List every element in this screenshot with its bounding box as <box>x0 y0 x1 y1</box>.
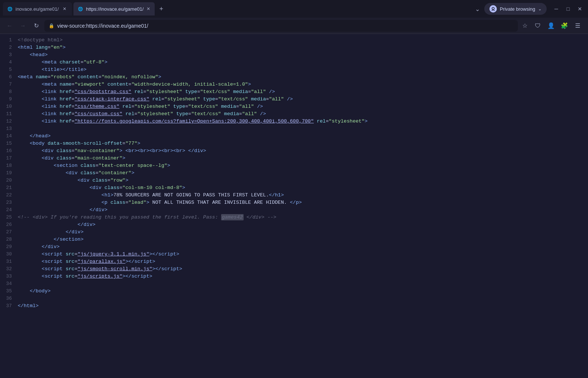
tab-favicon-active: 🌐 <box>78 7 83 11</box>
tab-favicon: 🌐 <box>7 7 13 11</box>
line-content: <head> <box>18 52 588 58</box>
line-number: 19 <box>0 170 18 176</box>
code-line: 12 <link href="https://fonts.googleapis.… <box>0 118 588 126</box>
shield-button[interactable]: 🛡 <box>532 20 544 32</box>
new-tab-button[interactable]: + <box>156 4 166 14</box>
line-number: 29 <box>0 244 18 250</box>
line-content: </div> <box>18 222 588 227</box>
tab-inactive[interactable]: 🌐 inovace.eu/game01/ ✕ <box>3 2 72 16</box>
code-line: 26 </div> <box>0 221 588 229</box>
line-content: </div> <box>18 244 588 250</box>
line-content: <meta name="robots" content="noindex, no… <box>18 74 588 80</box>
code-line: 3 <head> <box>0 52 588 59</box>
line-number: 1 <box>0 37 18 43</box>
bookmark-button[interactable]: ☆ <box>521 21 529 31</box>
line-number: 26 <box>0 222 18 227</box>
reload-button[interactable]: ↻ <box>31 21 41 31</box>
line-number: 6 <box>0 74 18 80</box>
code-line: 21 <div class="col-sm-10 col-md-8"> <box>0 185 588 192</box>
code-line: 28 </section> <box>0 236 588 244</box>
back-button[interactable]: ← <box>4 21 15 31</box>
line-number: 5 <box>0 67 18 72</box>
line-content: <body data-smooth-scroll-offset="77"> <box>18 141 588 146</box>
line-content: <div class="container"> <box>18 170 588 176</box>
line-number: 14 <box>0 133 18 139</box>
code-line: 33 <script src="js/scripts.js"></script> <box>0 273 588 281</box>
line-content: <h1>78% SOURCERS ARE NOT GOING TO PASS T… <box>18 192 588 198</box>
code-line: 17 <div class="main-container"> <box>0 155 588 162</box>
line-number: 13 <box>0 126 18 131</box>
close-window-button[interactable]: ✕ <box>575 4 585 14</box>
code-line: 7 <meta name="viewport" content="width=d… <box>0 81 588 89</box>
line-content: </div> <box>18 207 588 213</box>
line-content: <link href="css/custom.css" rel="stylesh… <box>18 111 588 117</box>
code-line: 29 </div> <box>0 244 588 251</box>
address-text: view-source:https://inovace.eu/game01/ <box>57 23 148 29</box>
line-number: 25 <box>0 214 18 220</box>
browser-frame: 🌐 inovace.eu/game01/ ✕ 🌐 https://inovace… <box>0 0 588 378</box>
line-number: 31 <box>0 259 18 264</box>
line-content: <script src="js/scripts.js"></script> <box>18 274 588 279</box>
extensions-button[interactable]: 🧩 <box>558 20 570 32</box>
line-content: <link href="https://fonts.googleapis.com… <box>18 118 588 124</box>
line-content: <html lang="en"> <box>18 45 588 50</box>
line-content: </body> <box>18 288 588 294</box>
code-line: 20 <div class="row"> <box>0 177 588 185</box>
line-number: 23 <box>0 200 18 205</box>
line-content: <div class="nav-container"> <br><br><br>… <box>18 148 588 154</box>
line-number: 9 <box>0 96 18 102</box>
line-number: 10 <box>0 104 18 109</box>
code-line: 22 <h1>78% SOURCERS ARE NOT GOING TO PAS… <box>0 192 588 199</box>
line-content: <script src="js/jquery-3.1.1.min.js"></s… <box>18 251 588 257</box>
line-number: 32 <box>0 266 18 272</box>
line-number: 22 <box>0 192 18 198</box>
navigation-bar: ← → ↻ 🔒 view-source:https://inovace.eu/g… <box>0 18 588 34</box>
tab-overflow-button[interactable]: ⌄ <box>472 4 483 14</box>
code-line: 14 </head> <box>0 133 588 140</box>
code-line: 23 <p class="lead"> NOT ALL THINGS THAT … <box>0 199 588 207</box>
line-number: 2 <box>0 45 18 50</box>
line-number: 12 <box>0 118 18 124</box>
maximize-button[interactable]: □ <box>563 4 573 14</box>
line-number: 27 <box>0 229 18 235</box>
window-controls: ─ □ ✕ <box>551 4 585 14</box>
code-line: 13 <box>0 126 588 133</box>
private-chevron-icon: ⌄ <box>538 7 541 11</box>
line-content: <script src="js/parallax.js"></script> <box>18 259 588 264</box>
line-number: 30 <box>0 251 18 257</box>
code-line: 16 <div class="nav-container"> <br><br><… <box>0 148 588 155</box>
code-line: 34 <box>0 281 588 288</box>
code-line: 1<!doctype html> <box>0 37 588 44</box>
address-bar[interactable]: 🔒 view-source:https://inovace.eu/game01/ <box>44 20 518 32</box>
line-content: <section class="text-center space--lg"> <box>18 163 588 168</box>
code-line: 10 <link href="css/theme.css" rel="style… <box>0 103 588 111</box>
line-number: 21 <box>0 185 18 190</box>
lock-icon: 🔒 <box>49 23 54 28</box>
code-line: 19 <div class="container"> <box>0 170 588 177</box>
tab-close-button[interactable]: ✕ <box>62 6 68 12</box>
menu-button[interactable]: ☰ <box>572 20 584 32</box>
line-number: 33 <box>0 274 18 279</box>
code-line: 25<!-- <div> If you're reading this you … <box>0 214 588 221</box>
tab-label: inovace.eu/game01/ <box>16 6 59 12</box>
line-number: 36 <box>0 296 18 301</box>
line-content: </html> <box>18 303 588 309</box>
svg-point-0 <box>492 7 494 10</box>
line-number: 18 <box>0 163 18 168</box>
profile-button[interactable]: 👤 <box>545 20 557 32</box>
source-viewer: 1<!doctype html>2<html lang="en">3 <head… <box>0 34 588 378</box>
line-content: </section> <box>18 237 588 242</box>
line-number: 3 <box>0 52 18 58</box>
tab-active[interactable]: 🌐 https://inovace.eu/game01/ ✕ <box>73 2 155 16</box>
line-content: </head> <box>18 133 588 139</box>
forward-button[interactable]: → <box>18 21 28 31</box>
line-content: <link href="css/bootstrap.css" rel="styl… <box>18 89 588 94</box>
minimize-button[interactable]: ─ <box>551 4 561 14</box>
private-browsing-button[interactable]: Private browsing ⌄ <box>484 3 547 15</box>
line-number: 8 <box>0 89 18 94</box>
code-line: 9 <link href="css/stack-interface.css" r… <box>0 96 588 103</box>
code-line: 6<meta name="robots" content="noindex, n… <box>0 74 588 81</box>
tab-close-active-button[interactable]: ✕ <box>147 6 150 12</box>
line-number: 20 <box>0 178 18 183</box>
line-number: 7 <box>0 82 18 87</box>
